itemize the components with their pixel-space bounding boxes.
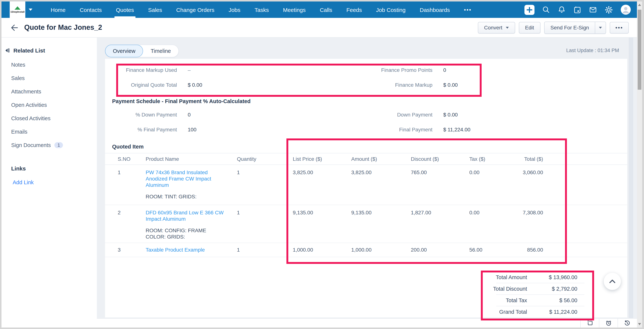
field-value: 100 [177, 127, 333, 132]
field-label: % Final Payment [105, 127, 177, 132]
cell-amount: 3,825.00 [351, 169, 411, 205]
scrollbar-down-arrow-icon[interactable] [638, 323, 641, 325]
product-link[interactable]: Taxable Product Example [146, 247, 237, 253]
note-pen-icon [586, 320, 593, 327]
collapse-panel-icon[interactable] [4, 48, 10, 53]
cell-list-price: 3,825.00 [293, 169, 351, 205]
nav-item-jobs[interactable]: Jobs [222, 1, 247, 18]
page-title: Quote for Mac Jones_2 [24, 23, 102, 32]
content-scrollbar[interactable] [629, 37, 633, 319]
esign-dropdown-button[interactable] [595, 22, 606, 33]
send-for-esign-button[interactable]: Send For E-Sign [544, 22, 595, 33]
nav-item-calls[interactable]: Calls [313, 1, 339, 18]
brand-house-icon [14, 6, 20, 10]
field-label: Finance Markup Used [105, 67, 177, 73]
sidebar-item-notes[interactable]: Notes [2, 58, 97, 71]
sidebar-item-sales[interactable]: Sales [2, 71, 97, 85]
field-label: Original Quote Total [105, 82, 177, 88]
back-arrow-icon[interactable] [10, 24, 18, 31]
links-header: Links [2, 165, 97, 172]
edit-button[interactable]: Edit [519, 22, 540, 33]
field-label: Down Payment [333, 112, 432, 118]
cell-list-price: 9,135.00 [293, 210, 351, 243]
mail-icon[interactable] [589, 5, 597, 14]
field-label: Finance Promo Points [333, 67, 432, 73]
brand-logo[interactable]: 1StopInstall [10, 1, 25, 18]
bottom-utility-bar [97, 318, 637, 328]
nav-item-job-costing[interactable]: Job Costing [369, 1, 412, 18]
sidebar-item-emails[interactable]: Emails [2, 125, 97, 138]
column-header-list-price: List Price ($) [293, 156, 351, 162]
sidebar-item-sign-documents[interactable]: Sign Documents 1 [2, 138, 97, 152]
cell-sno: 2 [118, 210, 146, 243]
brand-chevron-down-icon[interactable] [29, 8, 32, 11]
cell-quantity: 1 [237, 210, 293, 243]
top-navbar: 1StopInstall Home Contacts Quotes Sales … [2, 1, 637, 18]
cell-discount: 200.00 [411, 247, 469, 257]
product-link[interactable]: DFD 60x95 Brand Low E 366 CW Impact Alum… [146, 210, 237, 222]
esign-chevron-down-icon [599, 27, 602, 28]
browser-window: 1StopInstall Home Contacts Quotes Sales … [0, 0, 644, 329]
history-icon [624, 320, 630, 327]
total-amount-row: Total Amount $ 13,960.00 [474, 271, 588, 283]
cell-quantity: 1 [237, 169, 293, 205]
product-description: ROOM: TINT: GRIDS: [146, 194, 237, 200]
nav-item-meetings[interactable]: Meetings [276, 1, 313, 18]
grand-total-row: Grand Total $ 11,224.00 [474, 306, 588, 318]
total-tax-row: Total Tax $ 56.00 [474, 294, 588, 306]
field-value: $ 0.00 [177, 82, 333, 88]
finance-row-2: Original Quote Total $ 0.00 Finance Mark… [105, 77, 627, 92]
tab-timeline[interactable]: Timeline [143, 45, 178, 56]
cell-tax: 56.00 [469, 247, 514, 257]
sidebar-item-closed-activities[interactable]: Closed Activities [2, 112, 97, 125]
convert-button[interactable]: Convert [478, 22, 515, 33]
quick-create-plus-icon[interactable] [524, 5, 534, 15]
sidebar-item-open-activities[interactable]: Open Activities [2, 98, 97, 112]
alarm-clock-icon [605, 320, 612, 327]
field-value: $ 0.00 [432, 112, 627, 118]
nav-item-change-orders[interactable]: Change Orders [169, 1, 222, 18]
nav-item-dashboards[interactable]: Dashboards [413, 1, 457, 18]
field-label: Final Payment [333, 127, 432, 132]
search-icon[interactable] [542, 5, 550, 14]
avatar[interactable] [620, 4, 631, 15]
recent-items-button[interactable] [618, 319, 636, 328]
scrollbar-thumb[interactable] [638, 10, 642, 90]
reminders-button[interactable] [599, 319, 618, 328]
nav-item-contacts[interactable]: Contacts [73, 1, 109, 18]
nav-item-quotes[interactable]: Quotes [109, 1, 141, 18]
header-actions: Convert Edit Send For E-Sign ••• [478, 21, 629, 34]
convert-chevron-down-icon [506, 27, 508, 28]
sidebar-item-attachments[interactable]: Attachments [2, 85, 97, 98]
nav-item-feeds[interactable]: Feeds [339, 1, 369, 18]
cell-list-price: 1,000.00 [293, 247, 351, 257]
more-actions-button[interactable]: ••• [610, 22, 629, 33]
nav-item-home[interactable]: Home [44, 1, 73, 18]
nav-right-icons [524, 4, 631, 15]
related-list-header: Related List [2, 37, 97, 54]
product-link[interactable]: PW 74x36 Brand Insulated Anodized Frame … [146, 169, 237, 188]
window-scrollbar[interactable] [637, 1, 642, 328]
nav-item-more[interactable]: ••• [457, 1, 479, 18]
column-header-product-name: Product Name [146, 156, 237, 162]
field-value: $ 0.00 [432, 82, 627, 88]
chevron-up-icon [608, 277, 617, 286]
nav-item-tasks[interactable]: Tasks [248, 1, 276, 18]
edit-label: Edit [525, 24, 534, 30]
related-list-title: Related List [14, 47, 45, 54]
calendar-icon[interactable] [573, 5, 582, 14]
bell-icon[interactable] [558, 5, 566, 14]
tab-overview[interactable]: Overview [105, 45, 143, 57]
page-body: Related List Notes Sales Attachments Ope… [2, 37, 637, 328]
nav-item-sales[interactable]: Sales [141, 1, 169, 18]
quick-note-button[interactable] [580, 319, 599, 328]
cell-discount: 1,827.00 [411, 210, 469, 243]
cell-discount: 765.00 [411, 169, 469, 205]
scrollbar-up-arrow-icon[interactable] [638, 4, 641, 6]
add-link[interactable]: Add Link [2, 179, 97, 185]
scroll-to-top-button[interactable] [604, 273, 621, 290]
field-label: Finance Markup [333, 82, 432, 88]
sidebar: Related List Notes Sales Attachments Ope… [2, 37, 97, 328]
cell-amount: 1,000.00 [351, 247, 411, 257]
gear-icon[interactable] [604, 5, 613, 14]
